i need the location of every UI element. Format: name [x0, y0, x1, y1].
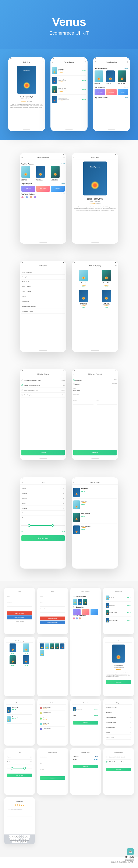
menu-icon[interactable]: ☰ — [95, 61, 96, 63]
shipping-option[interactable]: Collect in Reference (Free)Free — [22, 383, 65, 388]
search-icon[interactable]: ⚲ — [63, 157, 65, 158]
filter-row[interactable]: PublisherAll — [7, 760, 32, 765]
city-input[interactable] — [40, 764, 65, 767]
shipping-option[interactable]: Door-to-Door Worldwide$15.99 — [22, 388, 65, 393]
category-row[interactable]: History, Guides & Design› — [22, 304, 65, 309]
payment-credit-radio[interactable]: Credit CardVISA — [73, 378, 116, 382]
cart-item[interactable]: Cinderella$21.99 — [7, 706, 32, 715]
category-row[interactable]: Fiction› — [22, 294, 65, 299]
product-card[interactable]: Paris In ColorNichole Robertson★★★★★$15.… — [96, 270, 116, 287]
password-input[interactable] — [40, 610, 65, 613]
category-row[interactable]: Art & Photography› — [22, 270, 65, 275]
list-item[interactable]: Dear AmyHelen Callaghan★★★★☆$13.99 — [52, 75, 86, 85]
shipping-option[interactable]: Standard Worldwide (1 week)$5.99 — [22, 378, 65, 383]
book-card[interactable]: Paris In ColorNichole Robertson — [51, 166, 65, 181]
back-icon[interactable]: ‹ — [73, 373, 74, 375]
category-row[interactable]: Children's Books› — [106, 715, 131, 720]
cvv-input[interactable] — [97, 401, 117, 404]
guest-button[interactable]: Continue as Guest — [7, 619, 32, 623]
category-row[interactable]: Biography› — [106, 710, 131, 715]
see-all-link[interactable]: See All — [124, 68, 128, 69]
zip-input[interactable] — [40, 770, 65, 773]
cart-item[interactable]: Paris In Color★★★★★$15.99 — [73, 511, 116, 524]
back-icon[interactable]: ‹ — [52, 61, 53, 63]
email-input[interactable] — [7, 597, 32, 600]
back-icon[interactable]: ‹ — [73, 265, 74, 267]
facebook-login-button[interactable]: Login With Facebook — [7, 616, 32, 619]
share-icon[interactable]: ⤴ — [116, 157, 116, 158]
filter-row[interactable]: RegionAll — [22, 501, 65, 506]
payment-paypal-radio[interactable]: PayPalPayPal — [73, 382, 116, 386]
search-icon[interactable]: ⚲ — [127, 61, 128, 63]
product-card[interactable]: CinderellaMarissa Meyer★★★★★$21.99 — [73, 270, 94, 287]
card-input[interactable] — [73, 395, 116, 398]
product-card[interactable]: $19.99 — [7, 655, 19, 666]
price-slider[interactable] — [22, 523, 65, 528]
payment-paypal-radio[interactable]: PayPalPayPal — [73, 758, 98, 762]
category-row[interactable]: Fiction› — [106, 730, 131, 735]
shipping-option[interactable]: Standard Worldwide (1 week) — [106, 755, 131, 760]
pay-now-button[interactable]: Pay Now — [73, 765, 98, 768]
add-cart-button[interactable]: Add To Cart — [106, 680, 131, 684]
book-card[interactable]: Cinderella — [95, 70, 105, 84]
list-item[interactable]: Blue HighwaysWilliam L. Heat-Moon★★★★☆$1… — [52, 95, 86, 104]
continue-button[interactable]: Continue — [22, 450, 65, 456]
back-icon[interactable]: ‹ — [10, 61, 10, 63]
keyboard[interactable]: QWERTYUIOP ASDFGHJKL ZXCVBNM — [4, 834, 35, 844]
continue-button[interactable]: Continue — [106, 768, 131, 771]
street-input[interactable] — [40, 757, 65, 761]
filter-row[interactable]: LanguageAll — [22, 506, 65, 510]
author-avatar[interactable] — [34, 196, 36, 198]
cart-item[interactable]: Blue Highways★★★★★$19.99 — [73, 524, 116, 536]
price-slider[interactable] — [7, 766, 32, 770]
payment-credit-radio[interactable]: Credit CardVISA — [73, 755, 98, 758]
category-row[interactable]: Crime & Thriller› — [106, 725, 131, 730]
review-textarea[interactable]: Say something about this book — [7, 808, 32, 816]
category-row[interactable]: Children's Books› — [22, 279, 65, 284]
expires-input[interactable] — [73, 401, 94, 404]
author-avatar[interactable] — [22, 196, 24, 198]
name-input[interactable] — [40, 597, 65, 600]
name-input[interactable]: Mary Smith — [73, 389, 116, 392]
menu-icon[interactable]: ☰ — [22, 157, 23, 159]
cart-item[interactable]: Dear Amy$13.99 — [7, 715, 32, 724]
book-card[interactable]: Paris In Color — [118, 70, 128, 84]
pay-now-button[interactable]: Pay Now — [73, 450, 116, 456]
list-item[interactable]: CinderellaMarissa Meyer★★★★★$21.99 — [52, 66, 86, 75]
book-card[interactable]: Dear AmyHelen Callaghan — [36, 166, 50, 181]
show-items-button[interactable]: Show 340 Items — [22, 535, 65, 541]
back-icon[interactable]: ‹ — [22, 373, 22, 375]
filter-row[interactable]: AuthorAll — [22, 486, 65, 491]
category-row[interactable]: Crafts & Hobbies› — [22, 284, 65, 289]
back-icon[interactable]: ‹ — [73, 157, 74, 159]
author-avatar[interactable] — [30, 196, 32, 198]
product-card[interactable]: $13.99 — [20, 655, 32, 666]
see-all-link[interactable]: See All — [124, 97, 128, 98]
google-login-button[interactable]: Login With Google — [7, 612, 32, 615]
see-all-link[interactable]: See All — [61, 163, 65, 165]
filter-row[interactable]: PublisherAll — [22, 491, 65, 496]
book-card[interactable]: CinderellaMarissa Meyer — [22, 166, 35, 181]
category-chip[interactable]: Art & Photo — [95, 89, 105, 95]
category-chip[interactable]: Literature — [51, 186, 65, 192]
product-card[interactable]: $15.99 — [20, 644, 32, 654]
book-card[interactable]: Dear Amy — [106, 70, 116, 84]
category-row[interactable]: Biography› — [22, 275, 65, 279]
category-row[interactable]: Mind, Body & Spirit› — [22, 309, 65, 314]
filter-row[interactable]: YearAll — [22, 510, 65, 516]
author-avatar[interactable] — [26, 196, 28, 198]
facebook-login-button[interactable]: Login With Facebook — [40, 621, 65, 624]
filter-row[interactable]: AuthorAll — [7, 755, 32, 760]
category-row[interactable]: Art & Photography› — [106, 706, 131, 710]
category-chip[interactable]: Kids & Baby — [106, 89, 117, 95]
category-row[interactable]: Food & Drink› — [22, 299, 65, 304]
see-all-link[interactable]: See All — [61, 193, 65, 195]
show-items-button[interactable]: Show 340 Items — [7, 774, 32, 777]
google-login-button[interactable]: Login With Google — [40, 617, 65, 620]
close-icon[interactable]: ✕ — [22, 481, 23, 484]
category-row[interactable]: Food & Drink› — [106, 735, 131, 740]
category-chip[interactable]: Art & Photo — [22, 186, 35, 192]
filter-icon[interactable]: ⚙ — [115, 265, 116, 267]
continue-button[interactable]: Continue — [40, 776, 65, 780]
email-input[interactable] — [40, 603, 65, 607]
